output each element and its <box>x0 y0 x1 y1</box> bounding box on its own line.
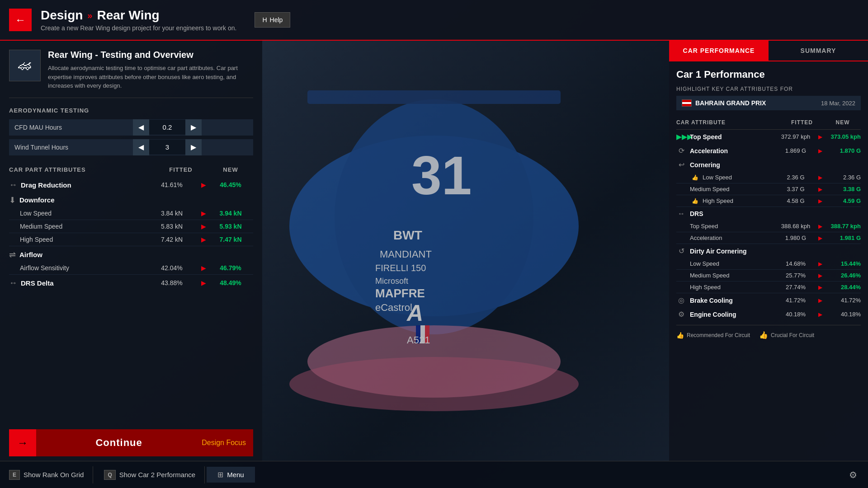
top-speed-fitted: 372.97 kph <box>773 133 818 140</box>
brake-cooling-new: 41.72% <box>825 297 861 304</box>
legend-recommended-label: Recommended For Circuit <box>687 332 750 338</box>
wind-label: Wind Tunnel Hours <box>9 139 81 155</box>
col-new-header: NEW <box>208 166 253 173</box>
drs-icon: ↔ <box>676 210 686 218</box>
settings-button[interactable]: ⚙ <box>838 466 868 484</box>
grand-prix-name: BAHRAIN GRAND PRIX <box>695 99 766 107</box>
svg-text:A: A <box>406 300 423 326</box>
legend-crucial: 👍 Crucial For Circuit <box>759 331 814 339</box>
svg-text:Microsoft: Microsoft <box>375 277 408 286</box>
show-rank-label: Show Rank On Grid <box>24 471 84 479</box>
downforce-low-speed-label: Low Speed <box>20 210 145 217</box>
menu-grid-icon: ⊞ <box>217 470 223 479</box>
menu-button[interactable]: ⊞ Menu <box>207 467 255 483</box>
svg-text:FIRELLI 150: FIRELLI 150 <box>375 263 426 273</box>
cornering-low-speed-label: Low Speed <box>703 174 773 181</box>
cornering-high-fitted: 4.58 G <box>773 197 818 204</box>
wind-increase-button[interactable]: ▶ <box>185 139 202 155</box>
help-key: H <box>262 16 267 23</box>
dirty-air-low-arrow: ▶ <box>818 261 825 267</box>
svg-text:BWT: BWT <box>393 228 422 242</box>
downforce-icon: ⬇ <box>9 195 16 205</box>
drs-delta-label: DRS Delta <box>21 279 145 287</box>
acceleration-icon: ⟳ <box>676 146 686 155</box>
help-button[interactable]: H Help <box>255 12 290 28</box>
dirty-air-low-row: Low Speed 14.68% ▶ 15.44% <box>676 258 861 270</box>
downforce-high-speed-new: 7.47 kN <box>208 236 253 243</box>
airflow-category: ⇌ Airflow <box>9 246 253 262</box>
engine-cooling-label: Engine Cooling <box>690 311 773 318</box>
wind-value: 3 <box>149 140 185 155</box>
dirty-air-low-fitted: 14.68% <box>773 260 818 267</box>
drs-top-speed-arrow: ▶ <box>818 223 825 230</box>
settings-icon: ⚙ <box>849 470 857 480</box>
cornering-icon: ↩ <box>676 160 686 169</box>
engine-cooling-arrow: ▶ <box>818 311 825 318</box>
back-button[interactable]: ← <box>9 9 32 31</box>
header-title-container: Design » Rear Wing Create a new Rear Win… <box>41 8 236 32</box>
dirty-air-label: Dirty Air Cornering <box>690 248 861 255</box>
bottom-left: E Show Rank On Grid Q Show Car 2 Perform… <box>0 466 255 483</box>
airflow-sensitivity-new: 46.79% <box>208 264 253 272</box>
drs-top-speed-label: Top Speed <box>690 223 773 230</box>
brake-cooling-fitted: 41.72% <box>773 297 818 304</box>
perf-title: Car 1 Performance <box>676 69 861 80</box>
airflow-icon: ⇌ <box>9 250 16 260</box>
drs-row: ↔ DRS <box>676 207 861 221</box>
wind-decrease-button[interactable]: ◀ <box>133 139 149 155</box>
bahrain-flag-icon <box>682 99 692 107</box>
drs-delta-new: 48.49% <box>208 279 253 286</box>
svg-point-10 <box>289 357 579 411</box>
downforce-low-speed-fitted: 3.84 kN <box>145 210 199 217</box>
legend-row: 👍 Recommended For Circuit 👍 Crucial For … <box>676 325 861 341</box>
downforce-medium-speed-row: Medium Speed 5.83 kN ▶ 5.93 kN <box>9 220 253 233</box>
drs-acceleration-new: 1.981 G <box>825 235 861 241</box>
breadcrumb-separator: » <box>87 10 92 21</box>
dirty-air-medium-new: 26.46% <box>825 272 861 279</box>
engine-cooling-new: 40.18% <box>825 311 861 318</box>
header: ← Design » Rear Wing Create a new Rear W… <box>0 0 868 41</box>
cfd-value: 0.2 <box>149 120 185 135</box>
airflow-sensitivity-arrow: ▶ <box>199 264 208 272</box>
downforce-high-speed-label: High Speed <box>20 236 145 243</box>
continue-button[interactable]: → Continue Design Focus <box>9 429 253 456</box>
acceleration-fitted: 1.869 G <box>773 147 818 154</box>
header-subtitle: Create a new Rear Wing design project fo… <box>41 24 236 32</box>
part-title: Rear Wing - Testing and Overview <box>48 50 253 60</box>
top-speed-arrow: ▶ <box>818 134 825 140</box>
drs-delta-row: ↔ DRS Delta 43.88% ▶ 48.49% <box>9 275 253 290</box>
drag-reduction-label: Drag Reduction <box>21 181 145 189</box>
cornering-high-arrow: ▶ <box>818 198 825 204</box>
airflow-sensitivity-row: Airflow Sensitivity 42.04% ▶ 46.79% <box>9 262 253 275</box>
dirty-air-medium-fitted: 25.77% <box>773 272 818 279</box>
ca-new-header: NEW <box>825 119 861 126</box>
show-car-key: Q <box>104 470 115 480</box>
cornering-low-fitted: 2.36 G <box>773 174 818 181</box>
cfd-increase-button[interactable]: ▶ <box>185 119 202 136</box>
cfd-row: CFD MAU Hours ◀ 0.2 ▶ <box>9 119 253 136</box>
cfd-decrease-button[interactable]: ◀ <box>133 119 149 136</box>
downforce-low-speed-row: Low Speed 3.84 kN ▶ 3.94 kN <box>9 207 253 220</box>
crucial-icon: 👍 <box>759 331 768 339</box>
right-panel: CAR PERFORMANCE SUMMARY Car 1 Performanc… <box>669 41 868 461</box>
brake-cooling-row: ◎ Brake Cooling 41.72% ▶ 41.72% <box>676 293 861 307</box>
svg-text:MANDIANT: MANDIANT <box>380 249 432 260</box>
drs-label: DRS <box>690 210 861 217</box>
tab-car-performance[interactable]: CAR PERFORMANCE <box>669 41 769 61</box>
cfd-label: CFD MAU Hours <box>9 119 81 136</box>
ca-fitted-header: FITTED <box>779 119 825 126</box>
downforce-medium-speed-fitted: 5.83 kN <box>145 223 199 230</box>
dirty-air-icon: ↺ <box>676 247 686 255</box>
brake-cooling-arrow: ▶ <box>818 297 825 304</box>
show-rank-button[interactable]: E Show Rank On Grid <box>0 466 93 483</box>
show-car-performance-button[interactable]: Q Show Car 2 Performance <box>95 466 205 483</box>
engine-cooling-icon: ⚙ <box>676 310 686 319</box>
downforce-label: Downforce <box>19 196 55 204</box>
drs-top-speed-new: 388.77 kph <box>825 223 861 230</box>
dirty-air-medium-row: Medium Speed 25.77% ▶ 26.46% <box>676 270 861 282</box>
tab-summary[interactable]: SUMMARY <box>769 41 868 61</box>
part-info: Rear Wing - Testing and Overview Allocat… <box>48 50 253 90</box>
drs-acceleration-label: Acceleration <box>690 235 773 241</box>
cornering-label: Cornering <box>690 161 861 169</box>
car-attr-headers: CAR ATTRIBUTE FITTED NEW <box>676 117 861 130</box>
